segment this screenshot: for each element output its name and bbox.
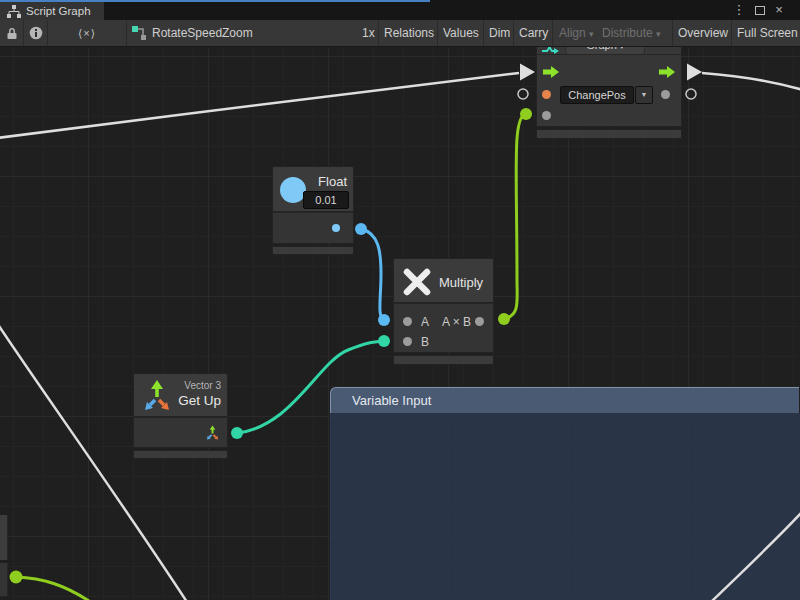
event-dropdown-button[interactable]: ▼ [635,86,653,104]
overview-button[interactable]: Overview [678,20,728,46]
port-float-output[interactable] [332,224,340,232]
distribute-label: Distribute [602,26,653,40]
port-input-value[interactable] [542,111,551,120]
partial-node-left-edge-footer[interactable] [0,563,8,596]
info-button[interactable] [24,20,47,46]
group-variable-input: Variable Input [330,387,800,600]
graph-toolbar: ⟨×⟩ RotateSpeed Zoom 1x Relations Values… [0,20,800,47]
carry-button[interactable]: Carry [519,20,548,46]
lock-button[interactable] [0,20,23,46]
info-icon [29,26,43,40]
tab-title: Script Graph [26,5,91,17]
variables-button[interactable]: ⟨×⟩ [48,20,126,46]
multiply-node-footer [393,355,494,365]
maximize-icon[interactable] [755,6,765,15]
port-label-b: B [421,335,429,349]
caret-down-icon: ▾ [589,29,594,39]
port-input-a[interactable] [403,317,412,326]
flow-out-arrow-icon[interactable] [659,66,675,78]
event-name-value: ChangePos [568,89,626,101]
close-icon[interactable]: × [771,2,787,18]
caret-down-icon: ▾ [656,29,661,39]
port-output-value[interactable] [661,90,670,99]
partial-node-left-edge[interactable] [0,515,8,560]
script-graph-icon [7,5,21,18]
multiply-node-title: Multiply [439,275,483,290]
vector3-icon [141,379,173,413]
graph-asset-icon [132,26,148,41]
multiply-node-header: Multiply [393,258,494,303]
float-node-title: Float [318,174,347,189]
kebab-menu-icon[interactable]: ⋮ [731,2,747,18]
port-label-axb: A × B [442,315,471,329]
port-input-b[interactable] [403,337,412,346]
port-target-orange[interactable] [542,90,551,99]
node-graph-event[interactable]: Graph ▾ ChangePos ▼ [536,38,682,139]
vector3-node-footer [133,450,228,459]
multiply-node-body: A A × B B [393,303,494,353]
group-body [330,413,800,600]
window-tab-bar: Script Graph ⋮ × [0,0,800,20]
float-node-header: Float 0.01 [272,166,354,212]
graph-name-label: RotateSpeed [152,20,222,46]
multiply-icon [400,265,434,299]
zoom-label: Zoom [222,20,253,46]
vector3-node-title: Get Up [178,393,221,408]
full-screen-button[interactable]: Full Screen [737,20,798,46]
align-label: Align [559,26,586,40]
caret-down-icon: ▼ [641,91,648,98]
vector3-node-header: Vector 3 Get Up [133,373,228,417]
relations-button[interactable]: Relations [384,20,434,46]
lock-icon [6,27,18,40]
float-node-body [272,212,354,244]
vector3-node-body [133,417,228,448]
align-button[interactable]: Align ▾ [559,20,594,46]
distribute-button[interactable]: Distribute ▾ [602,20,661,46]
float-value-input[interactable]: 0.01 [303,191,349,209]
variables-icon: ⟨×⟩ [78,27,96,40]
float-value: 0.01 [315,194,336,206]
port-output-axb[interactable] [475,317,484,326]
flow-in-arrow-icon[interactable] [543,66,559,78]
vector3-mini-icon[interactable] [205,425,220,441]
node-float[interactable]: Float 0.01 [272,166,354,255]
port-label-a: A [421,315,429,329]
tab-script-graph[interactable]: Script Graph [0,2,104,20]
vector3-node-type: Vector 3 [184,380,221,391]
zoom-value: 1x [362,20,375,46]
dim-button[interactable]: Dim [489,20,510,46]
graph-node-footer [536,129,682,139]
group-title[interactable]: Variable Input [330,387,799,413]
graph-node-body: ChangePos ▼ [536,54,682,127]
node-vector3-get-up[interactable]: Vector 3 Get Up [133,373,228,459]
node-multiply[interactable]: Multiply A A × B B [393,258,494,365]
values-button[interactable]: Values [443,20,479,46]
event-name-field[interactable]: ChangePos [560,86,634,104]
float-node-footer [272,246,354,255]
